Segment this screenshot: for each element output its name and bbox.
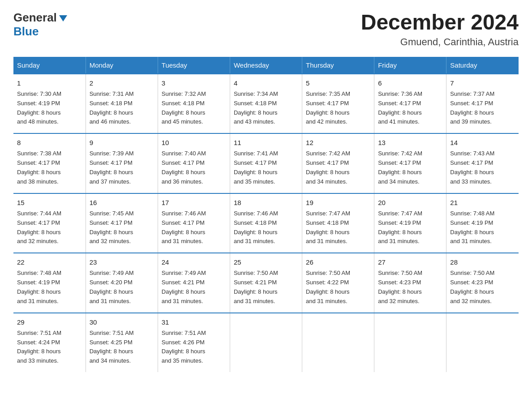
calendar-cell-3-3: 17 Sunrise: 7:46 AM Sunset: 4:17 PM Dayl… bbox=[158, 193, 230, 253]
calendar-cell-5-5 bbox=[302, 313, 374, 372]
day-info: Sunrise: 7:42 AM Sunset: 4:17 PM Dayligh… bbox=[306, 149, 370, 186]
calendar-cell-1-3: 3 Sunrise: 7:32 AM Sunset: 4:18 PM Dayli… bbox=[158, 74, 230, 133]
day-number: 9 bbox=[90, 137, 154, 148]
weekday-header-monday: Monday bbox=[86, 57, 158, 74]
weekday-header-sunday: Sunday bbox=[13, 57, 86, 74]
day-info: Sunrise: 7:47 AM Sunset: 4:19 PM Dayligh… bbox=[378, 209, 442, 246]
day-info: Sunrise: 7:37 AM Sunset: 4:17 PM Dayligh… bbox=[450, 90, 515, 127]
calendar-cell-3-1: 15 Sunrise: 7:44 AM Sunset: 4:17 PM Dayl… bbox=[13, 193, 86, 253]
day-number: 25 bbox=[234, 257, 298, 267]
calendar-cell-2-5: 12 Sunrise: 7:42 AM Sunset: 4:17 PM Dayl… bbox=[302, 133, 374, 193]
day-info: Sunrise: 7:30 AM Sunset: 4:19 PM Dayligh… bbox=[17, 90, 82, 127]
day-info: Sunrise: 7:45 AM Sunset: 4:17 PM Dayligh… bbox=[90, 209, 154, 246]
calendar-cell-4-3: 24 Sunrise: 7:49 AM Sunset: 4:21 PM Dayl… bbox=[158, 253, 230, 313]
day-number: 30 bbox=[90, 317, 154, 327]
day-number: 24 bbox=[162, 257, 226, 267]
svg-marker-0 bbox=[59, 15, 67, 21]
day-number: 17 bbox=[162, 197, 226, 208]
day-info: Sunrise: 7:41 AM Sunset: 4:17 PM Dayligh… bbox=[234, 149, 298, 186]
day-info: Sunrise: 7:51 AM Sunset: 4:26 PM Dayligh… bbox=[162, 329, 226, 366]
logo-blue-text: Blue bbox=[13, 25, 39, 38]
day-number: 19 bbox=[306, 197, 370, 208]
calendar-cell-5-6 bbox=[374, 313, 446, 372]
calendar-cell-5-4 bbox=[230, 313, 302, 372]
calendar-header-row: SundayMondayTuesdayWednesdayThursdayFrid… bbox=[13, 57, 519, 74]
day-number: 11 bbox=[234, 137, 298, 148]
day-info: Sunrise: 7:51 AM Sunset: 4:25 PM Dayligh… bbox=[90, 329, 154, 366]
title-area: December 2024 Gmuend, Carinthia, Austria bbox=[361, 11, 519, 48]
calendar-cell-1-7: 7 Sunrise: 7:37 AM Sunset: 4:17 PM Dayli… bbox=[446, 74, 519, 133]
calendar-cell-4-7: 28 Sunrise: 7:50 AM Sunset: 4:23 PM Dayl… bbox=[446, 253, 519, 313]
day-info: Sunrise: 7:38 AM Sunset: 4:17 PM Dayligh… bbox=[17, 149, 82, 186]
weekday-header-thursday: Thursday bbox=[302, 57, 374, 74]
calendar-cell-2-3: 10 Sunrise: 7:40 AM Sunset: 4:17 PM Dayl… bbox=[158, 133, 230, 193]
logo: General Blue bbox=[13, 11, 68, 39]
day-number: 1 bbox=[17, 78, 82, 88]
day-number: 10 bbox=[162, 137, 226, 148]
day-info: Sunrise: 7:36 AM Sunset: 4:17 PM Dayligh… bbox=[378, 90, 442, 127]
day-info: Sunrise: 7:31 AM Sunset: 4:18 PM Dayligh… bbox=[90, 90, 154, 127]
calendar-week-1: 1 Sunrise: 7:30 AM Sunset: 4:19 PM Dayli… bbox=[13, 74, 519, 133]
calendar-cell-3-7: 21 Sunrise: 7:48 AM Sunset: 4:19 PM Dayl… bbox=[446, 193, 519, 253]
day-number: 3 bbox=[162, 78, 226, 88]
calendar-cell-1-2: 2 Sunrise: 7:31 AM Sunset: 4:18 PM Dayli… bbox=[86, 74, 158, 133]
day-info: Sunrise: 7:46 AM Sunset: 4:17 PM Dayligh… bbox=[162, 209, 226, 246]
day-info: Sunrise: 7:48 AM Sunset: 4:19 PM Dayligh… bbox=[450, 209, 515, 246]
day-info: Sunrise: 7:34 AM Sunset: 4:18 PM Dayligh… bbox=[234, 90, 298, 127]
day-info: Sunrise: 7:50 AM Sunset: 4:21 PM Dayligh… bbox=[234, 269, 298, 306]
month-title: December 2024 bbox=[361, 11, 519, 34]
page-header: General Blue December 2024 Gmuend, Carin… bbox=[13, 11, 519, 48]
calendar-cell-3-2: 16 Sunrise: 7:45 AM Sunset: 4:17 PM Dayl… bbox=[86, 193, 158, 253]
day-info: Sunrise: 7:44 AM Sunset: 4:17 PM Dayligh… bbox=[17, 209, 82, 246]
weekday-header-wednesday: Wednesday bbox=[230, 57, 302, 74]
day-number: 28 bbox=[450, 257, 515, 267]
day-number: 23 bbox=[90, 257, 154, 267]
day-info: Sunrise: 7:47 AM Sunset: 4:18 PM Dayligh… bbox=[306, 209, 370, 246]
calendar-cell-4-1: 22 Sunrise: 7:48 AM Sunset: 4:19 PM Dayl… bbox=[13, 253, 86, 313]
day-number: 16 bbox=[90, 197, 154, 208]
day-number: 7 bbox=[450, 78, 515, 88]
day-info: Sunrise: 7:39 AM Sunset: 4:17 PM Dayligh… bbox=[90, 149, 154, 186]
calendar-cell-4-6: 27 Sunrise: 7:50 AM Sunset: 4:23 PM Dayl… bbox=[374, 253, 446, 313]
day-number: 12 bbox=[306, 137, 370, 148]
calendar-week-2: 8 Sunrise: 7:38 AM Sunset: 4:17 PM Dayli… bbox=[13, 133, 519, 193]
day-info: Sunrise: 7:50 AM Sunset: 4:23 PM Dayligh… bbox=[450, 269, 515, 306]
day-number: 29 bbox=[17, 317, 82, 327]
day-number: 8 bbox=[17, 137, 82, 148]
day-number: 6 bbox=[378, 78, 442, 88]
day-number: 20 bbox=[378, 197, 442, 208]
calendar-cell-4-2: 23 Sunrise: 7:49 AM Sunset: 4:20 PM Dayl… bbox=[86, 253, 158, 313]
day-info: Sunrise: 7:46 AM Sunset: 4:18 PM Dayligh… bbox=[234, 209, 298, 246]
day-info: Sunrise: 7:50 AM Sunset: 4:23 PM Dayligh… bbox=[378, 269, 442, 306]
day-info: Sunrise: 7:32 AM Sunset: 4:18 PM Dayligh… bbox=[162, 90, 226, 127]
logo-arrow-icon bbox=[58, 13, 68, 23]
logo-general-text: General bbox=[13, 11, 57, 25]
calendar-cell-3-5: 19 Sunrise: 7:47 AM Sunset: 4:18 PM Dayl… bbox=[302, 193, 374, 253]
day-number: 5 bbox=[306, 78, 370, 88]
day-number: 31 bbox=[162, 317, 226, 327]
day-number: 18 bbox=[234, 197, 298, 208]
day-info: Sunrise: 7:35 AM Sunset: 4:17 PM Dayligh… bbox=[306, 90, 370, 127]
calendar-cell-1-6: 6 Sunrise: 7:36 AM Sunset: 4:17 PM Dayli… bbox=[374, 74, 446, 133]
calendar-cell-5-7 bbox=[446, 313, 519, 372]
calendar-week-5: 29 Sunrise: 7:51 AM Sunset: 4:24 PM Dayl… bbox=[13, 313, 519, 372]
weekday-header-tuesday: Tuesday bbox=[158, 57, 230, 74]
day-number: 15 bbox=[17, 197, 82, 208]
day-number: 27 bbox=[378, 257, 442, 267]
day-number: 22 bbox=[17, 257, 82, 267]
calendar-cell-5-2: 30 Sunrise: 7:51 AM Sunset: 4:25 PM Dayl… bbox=[86, 313, 158, 372]
calendar-cell-1-5: 5 Sunrise: 7:35 AM Sunset: 4:17 PM Dayli… bbox=[302, 74, 374, 133]
location-subtitle: Gmuend, Carinthia, Austria bbox=[361, 36, 519, 48]
calendar-table: SundayMondayTuesdayWednesdayThursdayFrid… bbox=[13, 57, 519, 372]
day-info: Sunrise: 7:40 AM Sunset: 4:17 PM Dayligh… bbox=[162, 149, 226, 186]
calendar-cell-3-4: 18 Sunrise: 7:46 AM Sunset: 4:18 PM Dayl… bbox=[230, 193, 302, 253]
calendar-cell-2-7: 14 Sunrise: 7:43 AM Sunset: 4:17 PM Dayl… bbox=[446, 133, 519, 193]
day-number: 21 bbox=[450, 197, 515, 208]
calendar-cell-3-6: 20 Sunrise: 7:47 AM Sunset: 4:19 PM Dayl… bbox=[374, 193, 446, 253]
day-info: Sunrise: 7:43 AM Sunset: 4:17 PM Dayligh… bbox=[450, 149, 515, 186]
calendar-cell-2-1: 8 Sunrise: 7:38 AM Sunset: 4:17 PM Dayli… bbox=[13, 133, 86, 193]
weekday-header-saturday: Saturday bbox=[446, 57, 519, 74]
day-info: Sunrise: 7:50 AM Sunset: 4:22 PM Dayligh… bbox=[306, 269, 370, 306]
calendar-cell-5-3: 31 Sunrise: 7:51 AM Sunset: 4:26 PM Dayl… bbox=[158, 313, 230, 372]
calendar-cell-2-6: 13 Sunrise: 7:42 AM Sunset: 4:17 PM Dayl… bbox=[374, 133, 446, 193]
